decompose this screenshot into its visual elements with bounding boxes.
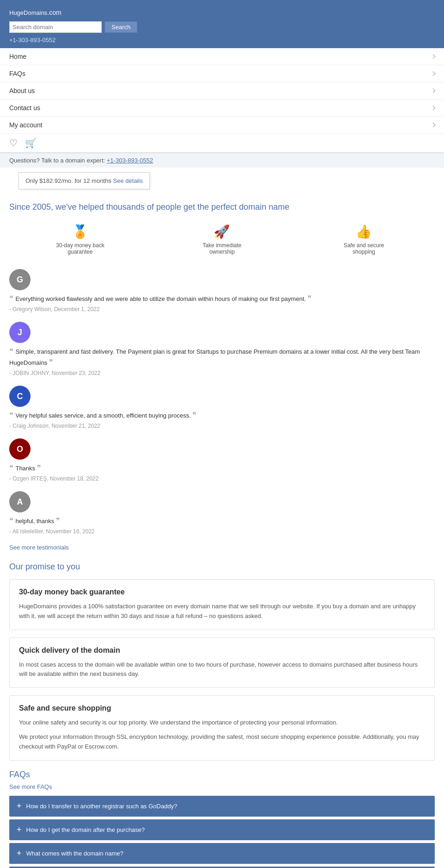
testimonial-4: O ❝ Thanks ❞ - Ozgen IRTEŞ, November 18,… <box>9 438 435 482</box>
testimonial-2-text: ❝ Simple, transparent and fast delivery.… <box>9 346 435 368</box>
quote-open-1: ❝ <box>9 294 15 302</box>
questions-phone[interactable]: +1-303-893-0552 <box>107 157 153 164</box>
avatar-3: C <box>9 386 31 407</box>
price-tooltip-container: Only $182.92/mo. for 12 months See detai… <box>0 168 444 194</box>
price-tooltip: Only $182.92/mo. for 12 months See detai… <box>18 172 150 189</box>
promise-section: Our promise to you 30-day money back gua… <box>9 562 435 761</box>
ownership-icon: 🚀 <box>214 224 230 239</box>
testimonial-1-header: G <box>9 269 435 290</box>
promise-text-3a: Your online safety and security is our t… <box>19 718 425 728</box>
testimonial-5-text: ❝ helpful, thanks ❞ <box>9 515 435 526</box>
promise-title-2: Quick delivery of the domain <box>19 646 425 655</box>
secure-icon: 👍 <box>356 224 372 239</box>
avatar-1: G <box>9 269 31 290</box>
testimonial-4-text: ❝ Thanks ❞ <box>9 462 435 474</box>
faq-plus-2: + <box>17 825 22 835</box>
testimonial-3-text: ❝ Very helpful sales service, and a smoo… <box>9 410 435 421</box>
feature-money-back-label: 30-day money back guarantee <box>50 242 110 255</box>
faq-item-4[interactable]: + Do you offer payment plans? <box>9 867 435 868</box>
tooltip-link[interactable]: See details <box>113 177 142 184</box>
search-input[interactable] <box>9 21 102 33</box>
faq-question-2: How do I get the domain after the purcha… <box>26 826 145 833</box>
promise-card-3: Safe and secure shopping Your online saf… <box>9 695 435 760</box>
features-row: 🏅 30-day money back guarantee 🚀 Take imm… <box>9 219 435 260</box>
promise-card-2: Quick delivery of the domain In most cas… <box>9 637 435 688</box>
promise-heading: Our promise to you <box>9 562 435 572</box>
logo-text: HugeDomains <box>9 9 47 16</box>
faq-item-2[interactable]: + How do I get the domain after the purc… <box>9 819 435 840</box>
testimonial-3-author: - Craig Johnson, November 21, 2022 <box>9 423 435 429</box>
nav-icons: ♡ 🛒 <box>0 134 444 152</box>
testimonial-2-author: - JOBIN JOHNY, November 23, 2022 <box>9 370 435 376</box>
nav-menu: Home FAQs About us Contact us My account… <box>0 48 444 153</box>
logo-suffix: .com <box>47 9 61 16</box>
testimonial-3: C ❝ Very helpful sales service, and a sm… <box>9 386 435 429</box>
promise-card-1: 30-day money back guarantee HugeDomains … <box>9 579 435 630</box>
promise-text-2: In most cases access to the domain will … <box>19 660 425 680</box>
nav-item-faqs[interactable]: FAQs <box>0 65 444 82</box>
testimonial-5-header: A <box>9 491 435 512</box>
feature-ownership-label: Take immediate ownership <box>192 242 252 255</box>
questions-bar: Questions? Talk to a domain expert: +1-3… <box>0 153 444 168</box>
header-phone: +1-303-893-0552 <box>9 37 435 44</box>
testimonial-5-author: - Ali Iskeleliler, November 16, 2022 <box>9 528 435 535</box>
promise-title-1: 30-day money back guarantee <box>19 588 425 596</box>
avatar-5: A <box>9 491 31 512</box>
nav-item-about[interactable]: About us <box>0 82 444 100</box>
faq-question-3: What comes with the domain name? <box>26 850 123 857</box>
testimonial-1: G ❝ Everything worked flawlessly and we … <box>9 269 435 312</box>
feature-ownership: 🚀 Take immediate ownership <box>192 224 252 255</box>
testimonial-1-text: ❝ Everything worked flawlessly and we we… <box>9 293 435 304</box>
promise-text-1: HugeDomains provides a 100% satisfaction… <box>19 602 425 621</box>
testimonial-3-header: C <box>9 386 435 407</box>
wishlist-icon[interactable]: ♡ <box>9 137 18 149</box>
testimonial-2-header: J <box>9 322 435 343</box>
questions-text: Questions? Talk to a domain expert: <box>9 157 107 164</box>
search-button[interactable]: Search <box>105 21 137 33</box>
faq-plus-1: + <box>17 801 22 811</box>
header: HugeDomains.com Search +1-303-893-0552 <box>0 0 444 48</box>
testimonials-list: G ❝ Everything worked flawlessly and we … <box>9 269 435 535</box>
testimonial-5: A ❝ helpful, thanks ❞ - Ali Iskeleliler,… <box>9 491 435 535</box>
see-more-testimonials[interactable]: See more testimonials <box>9 544 435 551</box>
avatar-4: O <box>9 438 31 460</box>
nav-item-account[interactable]: My account <box>0 117 444 134</box>
tooltip-text: Only $182.92/mo. for 12 months <box>25 177 113 184</box>
faq-section: FAQs See more FAQs + How do I transfer t… <box>9 770 435 868</box>
promise-title-3: Safe and secure shopping <box>19 704 425 712</box>
logo: HugeDomains.com <box>9 6 435 18</box>
money-back-icon: 🏅 <box>72 224 88 239</box>
feature-secure: 👍 Safe and secure shopping <box>334 224 394 255</box>
testimonial-4-header: O <box>9 438 435 460</box>
faq-heading: FAQs <box>9 770 435 780</box>
feature-secure-label: Safe and secure shopping <box>334 242 394 255</box>
faq-plus-3: + <box>17 849 22 858</box>
nav-item-home[interactable]: Home <box>0 48 444 65</box>
cart-icon[interactable]: 🛒 <box>25 137 37 149</box>
feature-money-back: 🏅 30-day money back guarantee <box>50 224 110 255</box>
testimonial-4-author: - Ozgen IRTEŞ, November 18, 2022 <box>9 475 435 482</box>
testimonial-1-author: - Gregory Wilson, December 1, 2022 <box>9 306 435 312</box>
faq-item-1[interactable]: + How do I transfer to another registrar… <box>9 796 435 817</box>
search-row: Search <box>9 21 435 33</box>
faq-question-1: How do I transfer to another registrar s… <box>26 803 178 810</box>
main-section-heading: Since 2005, we've helped thousands of pe… <box>9 202 435 212</box>
main-content: Since 2005, we've helped thousands of pe… <box>0 202 444 868</box>
see-more-faqs[interactable]: See more FAQs <box>9 783 435 790</box>
promise-text-3b: We protect your information through SSL … <box>19 732 425 752</box>
avatar-2: J <box>9 322 31 343</box>
quote-close-1: ❞ <box>308 294 312 302</box>
faq-item-3[interactable]: + What comes with the domain name? <box>9 843 435 864</box>
nav-item-contact[interactable]: Contact us <box>0 100 444 117</box>
testimonial-2: J ❝ Simple, transparent and fast deliver… <box>9 322 435 376</box>
